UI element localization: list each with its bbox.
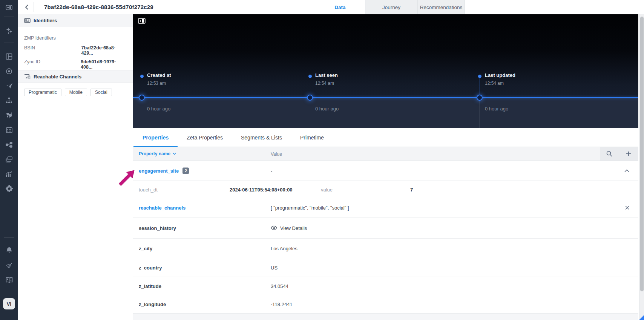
milestone-label: Created at — [147, 72, 171, 78]
sparkles-icon[interactable] — [0, 26, 18, 35]
milestone-node — [139, 95, 145, 101]
milestone-ago: 0 hour ago — [485, 106, 508, 112]
table-row-z-country: z_country US — [133, 258, 638, 277]
property-value: Los Angeles — [271, 245, 297, 251]
main-content: Created at 12:53 am 0 hour ago Last seen… — [133, 14, 638, 320]
tab-zeta-properties[interactable]: Zeta Properties — [178, 128, 232, 147]
timeline-axis-line — [133, 97, 638, 98]
close-icon[interactable] — [625, 206, 629, 210]
search-icon[interactable] — [600, 147, 619, 161]
corner-wedge — [639, 315, 644, 320]
milestone-dropline — [480, 101, 480, 128]
reachable-channels-section-header: Reachable Channels — [18, 70, 133, 83]
property-name: z_city — [139, 245, 152, 251]
column-label-value: Value — [271, 152, 282, 157]
tab-data[interactable]: Data — [315, 0, 365, 14]
subproperty-name: touch_dt — [139, 187, 158, 192]
send-icon[interactable] — [0, 78, 18, 93]
tab-primetime[interactable]: Primetime — [291, 128, 333, 147]
view-details-button[interactable]: View Details — [271, 225, 307, 231]
page-title: 7baf22de-68a8-429c-8836-55d70f272c29 — [44, 4, 153, 10]
identifier-value: 8de501d8-1979-408... — [81, 59, 127, 70]
identifier-label: BSIN — [24, 45, 81, 56]
milestone-node — [307, 95, 313, 101]
milestone-time: 12:54 am — [315, 81, 334, 86]
knowledge-book-icon[interactable] — [0, 275, 18, 285]
property-value: 34.0544 — [271, 283, 288, 289]
count-badge: 2 — [182, 168, 189, 174]
property-value: US — [271, 265, 278, 270]
property-value: [ "programmatic", "mobile", "social" ] — [271, 205, 349, 211]
audience-icon[interactable] — [0, 108, 18, 122]
property-name: z_country — [139, 265, 162, 270]
flow-icon[interactable] — [0, 137, 18, 152]
next-row-partial — [133, 314, 638, 320]
milestone-ago: 0 hour ago — [147, 106, 170, 112]
properties-table-header: Property name Value — [133, 147, 638, 161]
milestone-dot — [140, 75, 144, 78]
sidebar-divider — [4, 43, 14, 43]
tab-properties[interactable]: Properties — [133, 128, 178, 147]
sidebar-divider — [4, 237, 14, 238]
channel-chip-mobile: Mobile — [65, 89, 87, 96]
target-icon[interactable] — [0, 64, 18, 78]
reachable-channels-title: Reachable Channels — [34, 74, 81, 80]
milestone-dot — [308, 75, 312, 78]
channel-chip-programmatic: Programmatic — [24, 89, 61, 96]
table-tools — [600, 147, 638, 161]
subproperty-datetime: 2024-06-11T05:54:08+00:00 — [230, 187, 293, 192]
devices-icon — [24, 74, 31, 79]
property-link-reachable-channels[interactable]: reachable_channels — [139, 205, 186, 211]
table-row-session-history: session_history View Details — [133, 217, 638, 239]
add-property-icon[interactable] — [619, 147, 638, 161]
identifier-row: BSIN 7baf22de-68a8-429... — [24, 45, 127, 56]
properties-tabs: Properties Zeta Properties Segments & Li… — [133, 128, 638, 147]
sidebar-divider — [4, 17, 14, 17]
milestone-dropline — [310, 101, 310, 128]
identifiers-section-header: Identifiers — [18, 14, 133, 27]
view-details-label: View Details — [280, 225, 307, 231]
identifiers-section-title: Identifiers — [34, 18, 57, 23]
milestone-node — [477, 95, 483, 101]
chevron-up-icon[interactable] — [624, 169, 629, 172]
nav-collapse-icon[interactable] — [0, 3, 18, 12]
chart-icon[interactable] — [0, 167, 18, 181]
property-value: - — [271, 168, 272, 174]
table-row-engagement-site: engagement_site 2 - — [133, 161, 638, 181]
calendar-icon[interactable] — [0, 122, 18, 137]
milestone-ago: 0 hour ago — [315, 106, 339, 112]
page-header: 7baf22de-68a8-429c-8836-55d70f272c29 Dat… — [18, 0, 644, 14]
property-name: session_history — [139, 225, 176, 231]
table-row-z-latitude: z_latitude 34.0544 — [133, 277, 638, 295]
gear-icon[interactable] — [0, 181, 18, 196]
vertical-scrollbar[interactable] — [639, 14, 644, 320]
subproperty-value-label: value — [321, 187, 333, 192]
table-row-z-city: z_city Los Angeles — [133, 239, 638, 258]
scrollbar-thumb[interactable] — [640, 17, 644, 291]
timeline-lower-band — [133, 98, 638, 128]
back-button[interactable] — [22, 3, 31, 12]
layers-icon[interactable] — [0, 152, 18, 167]
identifiers-panel: Identifiers ZMP Identifiers BSIN 7baf22d… — [18, 14, 133, 320]
chevron-down-icon — [173, 153, 176, 155]
user-avatar[interactable]: VI — [3, 298, 15, 309]
profile-tabs: Data Journey Recommendations — [315, 0, 465, 14]
column-sort-property-name[interactable]: Property name — [139, 151, 176, 156]
eye-icon — [271, 226, 277, 230]
identifier-label: Zync ID — [24, 59, 81, 70]
dashboard-icon[interactable] — [0, 49, 18, 64]
tab-journey[interactable]: Journey — [365, 0, 417, 14]
bell-icon[interactable] — [0, 245, 18, 255]
tab-segments-lists[interactable]: Segments & Lists — [232, 128, 291, 147]
sitemap-icon[interactable] — [0, 93, 18, 108]
column-label: Property name — [139, 151, 170, 156]
tab-recommendations[interactable]: Recommendations — [417, 0, 465, 14]
id-card-icon — [24, 18, 31, 23]
milestone-dot — [478, 75, 481, 78]
panel-collapse-icon[interactable] — [138, 18, 146, 24]
signal-icon[interactable] — [0, 260, 18, 270]
zmp-identifiers-title: ZMP Identifiers — [24, 35, 127, 41]
milestone-time: 12:54 am — [485, 81, 504, 86]
milestone-label: Last updated — [485, 72, 515, 78]
property-link-engagement-site[interactable]: engagement_site — [139, 168, 179, 174]
